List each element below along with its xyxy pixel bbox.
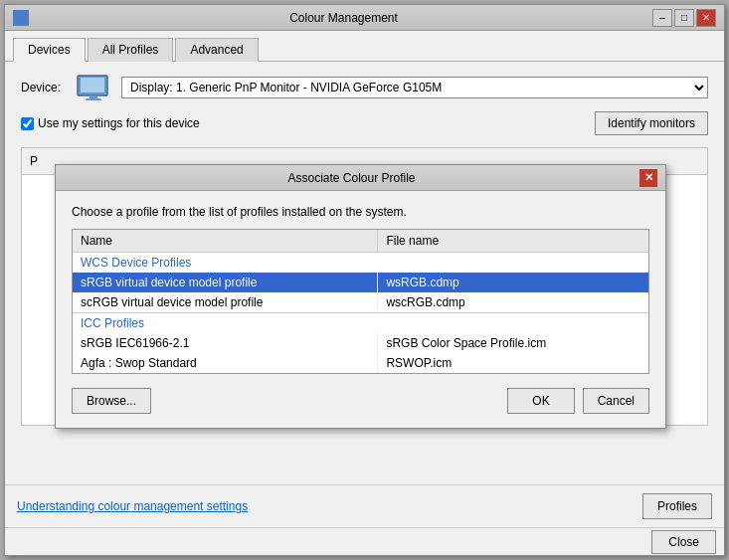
settings-row: Use my settings for this device Identify… [21, 111, 708, 135]
modal-title-bar: Associate Colour Profile ✕ [56, 165, 665, 191]
window-close-bar: Close [5, 527, 724, 555]
srgb-iec-row[interactable]: sRGB IEC61966-2.1 sRGB Color Space Profi… [73, 333, 648, 353]
close-window-button[interactable]: Close [651, 530, 716, 554]
profile-table: Name File name WCS Device Profiles sRGB … [73, 230, 648, 373]
agfa-swop-row[interactable]: Agfa : Swop Standard RSWOP.icm [73, 353, 648, 373]
use-settings-label[interactable]: Use my settings for this device [21, 116, 200, 130]
use-settings-checkbox[interactable] [21, 117, 34, 130]
svg-rect-2 [90, 95, 97, 98]
title-bar: Colour Management – □ ✕ [5, 5, 724, 31]
ok-cancel-group: OK Cancel [507, 388, 649, 414]
modal-buttons: Browse... OK Cancel [72, 388, 649, 414]
ok-button[interactable]: OK [507, 388, 574, 414]
monitor-icon [76, 74, 111, 101]
title-bar-buttons: – □ ✕ [652, 9, 716, 27]
maximize-button[interactable]: □ [674, 9, 694, 27]
device-row: Device: Display: 1. Generic PnP Monitor … [21, 74, 708, 101]
wcs-section-header: WCS Device Profiles [73, 253, 648, 274]
minimize-button[interactable]: – [652, 9, 672, 27]
profile-table-container: Name File name WCS Device Profiles sRGB … [72, 229, 649, 374]
identify-monitors-button[interactable]: Identify monitors [595, 111, 708, 135]
tab-bar: Devices All Profiles Advanced [5, 31, 724, 62]
col-name-header: Name [73, 230, 378, 253]
srgb-virtual-row[interactable]: sRGB virtual device model profile wsRGB.… [73, 273, 648, 292]
colour-management-link[interactable]: Understanding colour management settings [17, 499, 248, 513]
profiles-button[interactable]: Profiles [642, 493, 712, 519]
tab-advanced[interactable]: Advanced [175, 38, 258, 62]
window-title: Colour Management [35, 11, 652, 25]
modal-close-button[interactable]: ✕ [639, 169, 657, 187]
associate-colour-profile-modal: Associate Colour Profile ✕ Choose a prof… [55, 164, 666, 429]
main-window: Colour Management – □ ✕ Devices All Prof… [4, 4, 725, 556]
scrgb-virtual-row[interactable]: scRGB virtual device model profile wscRG… [73, 292, 648, 312]
svg-rect-3 [86, 98, 101, 100]
bottom-bar: Understanding colour management settings… [5, 484, 724, 527]
modal-title: Associate Colour Profile [64, 171, 639, 185]
cancel-button[interactable]: Cancel [583, 388, 649, 414]
browse-button[interactable]: Browse... [72, 388, 151, 414]
icc-section-header: ICC Profiles [73, 313, 648, 334]
window-icon [13, 10, 29, 26]
modal-content: Choose a profile from the list of profil… [56, 191, 665, 428]
window-close-button[interactable]: ✕ [696, 9, 716, 27]
device-label: Device: [21, 81, 66, 94]
svg-rect-1 [81, 78, 104, 93]
tab-devices[interactable]: Devices [13, 38, 86, 62]
col-filename-header: File name [378, 230, 648, 253]
modal-description: Choose a profile from the list of profil… [72, 205, 649, 219]
device-select[interactable]: Display: 1. Generic PnP Monitor - NVIDIA… [121, 77, 708, 98]
tab-all-profiles[interactable]: All Profiles [88, 38, 174, 62]
